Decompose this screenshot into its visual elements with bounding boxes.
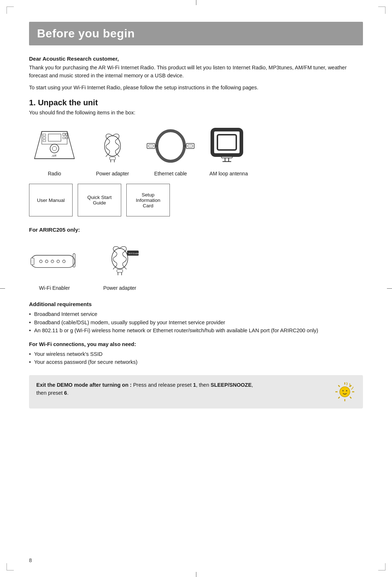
svg-rect-5 [43, 134, 46, 136]
power-adapter-image [87, 124, 138, 168]
svg-line-51 [338, 385, 340, 387]
item-radio: AR Radio [29, 124, 80, 176]
radio-label: Radio [48, 171, 61, 176]
ethernet-cable-image [145, 124, 196, 168]
svg-line-54 [338, 397, 340, 398]
page-number: 8 [29, 557, 32, 563]
svg-point-55 [340, 387, 350, 397]
svg-point-56 [343, 390, 344, 391]
svg-point-37 [57, 260, 60, 263]
ethernet-cable-label: Ethernet cable [154, 171, 187, 176]
page-title-bar: Before you begin [29, 22, 363, 45]
wifi-heading: For Wi-Fi connections, you may also need… [29, 341, 363, 347]
svg-rect-20 [147, 143, 155, 149]
unpack-heading: 1. Unpack the unit [29, 98, 363, 107]
sunburst-icon [334, 381, 356, 403]
svg-point-10 [50, 144, 59, 153]
svg-rect-27 [216, 133, 238, 151]
wifi-item-1: Your access password (for secure network… [29, 358, 363, 366]
wifi-req-list: Your wireless network's SSID Your access… [29, 350, 363, 366]
wifi-enabler-image [29, 239, 80, 282]
doc-quick-start-label: Quick StartGuide [87, 195, 112, 206]
item-arirc-power-adapter: Wi-Fi Enabled Power adapter [94, 239, 145, 291]
svg-point-38 [62, 260, 65, 263]
arirc-heading: For ARIRC205 only: [29, 227, 363, 233]
svg-rect-23 [186, 143, 194, 149]
svg-point-57 [346, 390, 347, 391]
crosshair-top [196, 0, 196, 5]
radio-image: AR [29, 124, 80, 168]
wifi-item-0: Your wireless network's SSID [29, 350, 363, 358]
svg-rect-4 [48, 134, 61, 141]
svg-line-52 [350, 397, 351, 398]
svg-rect-39 [31, 258, 34, 265]
dear-customer-section: Dear Acoustic Research customer, Thank y… [29, 56, 363, 92]
am-antenna-image [203, 124, 254, 168]
svg-point-34 [40, 260, 42, 263]
item-power-adapter: Power adapter [87, 124, 138, 176]
doc-setup-card-label: SetupInformationCard [136, 192, 160, 208]
dear-customer-para2: To start using your Wi-Fi Internet Radio… [29, 84, 363, 92]
corner-mark-bl [7, 563, 14, 570]
item-am-antenna: AM loop antenna [203, 124, 254, 176]
corner-mark-br [378, 563, 385, 570]
arirc-row: Wi-Fi Enabler Wi-Fi Enabled [29, 239, 363, 291]
items-row: AR Radio [29, 124, 363, 176]
demo-exit-label: Exit the DEMO mode after turning on : [36, 382, 132, 388]
svg-rect-6 [43, 137, 46, 139]
doc-quick-start: Quick StartGuide [78, 184, 121, 216]
svg-rect-21 [148, 145, 154, 147]
corner-mark-tl [7, 7, 14, 14]
docs-row: User Manual Quick StartGuide SetupInform… [29, 184, 363, 216]
power-adapter-label: Power adapter [96, 171, 129, 176]
svg-point-11 [52, 146, 57, 151]
am-antenna-label: AM loop antenna [209, 171, 248, 176]
svg-point-41 [112, 248, 128, 269]
corner-mark-tr [378, 7, 385, 14]
req-item-0: Broadband Internet service [29, 310, 363, 318]
svg-rect-2 [63, 133, 65, 135]
dear-customer-heading: Dear Acoustic Research customer, [29, 56, 363, 62]
svg-rect-24 [188, 145, 193, 147]
svg-rect-8 [63, 137, 65, 139]
demo-box-text: Exit the DEMO mode after turning on : Pr… [36, 381, 329, 397]
req-item-1: Broadband (cable/DSL) modem, usually sup… [29, 318, 363, 326]
svg-rect-9 [66, 137, 68, 139]
page-title: Before you begin [37, 27, 355, 40]
crosshair-left [0, 288, 5, 289]
doc-user-manual-label: User Manual [37, 198, 65, 203]
svg-text:Wi-Fi Enabled: Wi-Fi Enabled [128, 252, 140, 255]
svg-rect-33 [31, 255, 75, 268]
crosshair-bottom [196, 572, 196, 577]
item-wifi-enabler: Wi-Fi Enabler [29, 239, 80, 291]
unpack-subtext: You should find the following items in t… [29, 110, 363, 115]
crosshair-right [387, 288, 392, 289]
svg-point-19 [163, 137, 179, 155]
svg-point-36 [51, 260, 54, 263]
doc-user-manual: User Manual [29, 184, 73, 216]
svg-point-14 [105, 136, 121, 156]
demo-box: Exit the DEMO mode after turning on : Pr… [29, 375, 363, 409]
item-ethernet-cable: Ethernet cable [145, 124, 196, 176]
additional-req-heading: Additional requirements [29, 301, 363, 307]
doc-setup-card: SetupInformationCard [126, 184, 170, 216]
dear-customer-para1: Thank you for purchasing the AR Wi-Fi In… [29, 64, 363, 80]
req-item-2: An 802.11 b or g (Wi-Fi) wireless home n… [29, 326, 363, 334]
svg-rect-42 [117, 269, 123, 272]
svg-rect-15 [110, 157, 115, 160]
svg-text:AR: AR [52, 154, 57, 158]
additional-req-list: Broadband Internet service Broadband (ca… [29, 310, 363, 334]
svg-point-35 [45, 260, 48, 263]
svg-rect-7 [43, 140, 46, 142]
arirc-power-adapter-image: Wi-Fi Enabled [94, 239, 145, 282]
arirc-power-adapter-label: Power adapter [103, 285, 136, 291]
wifi-enabler-label: Wi-Fi Enabler [39, 285, 70, 291]
